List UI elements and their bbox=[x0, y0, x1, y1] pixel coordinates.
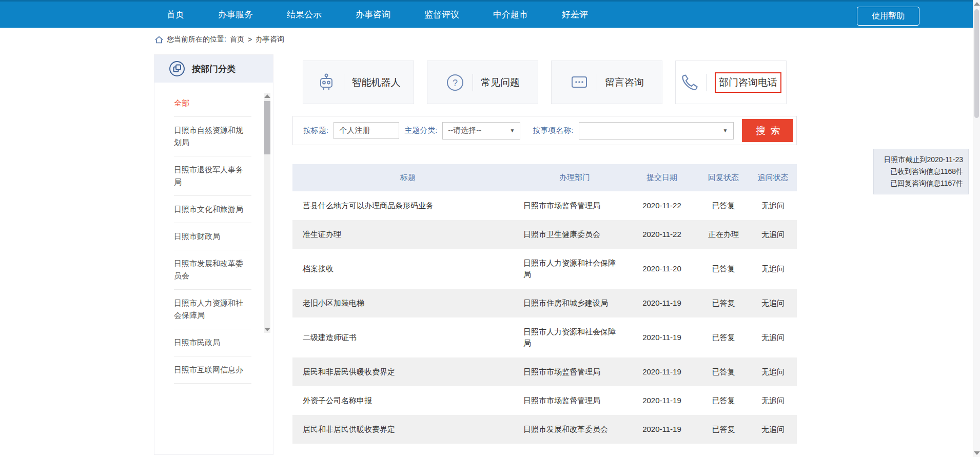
cell-title[interactable]: 外资子公司名称申报 bbox=[292, 386, 523, 415]
table-header-cell: 提交日期 bbox=[626, 164, 698, 191]
item-filter-label: 按事项名称: bbox=[533, 126, 573, 135]
cell-followup-status: 无追问 bbox=[749, 249, 797, 289]
stats-line: 已回复咨询信息1167件 bbox=[879, 177, 963, 189]
table-row[interactable]: 莒县什么地方可以办理商品条形码业务 日照市市场监督管理局 2020-11-22 … bbox=[292, 191, 797, 220]
cell-title[interactable]: 莒县什么地方可以办理商品条形码业务 bbox=[292, 191, 523, 220]
divider bbox=[473, 74, 473, 91]
svg-text:?: ? bbox=[453, 77, 458, 88]
sidebar-header: 按部门分类 bbox=[154, 55, 273, 83]
department-list-item[interactable]: 日照市人力资源和社会保障局 bbox=[174, 290, 251, 329]
cell-title[interactable]: 准生证办理 bbox=[292, 220, 523, 249]
help-button[interactable]: 使用帮助 bbox=[857, 7, 919, 26]
sidebar-scrollbar[interactable] bbox=[264, 93, 270, 333]
title-filter-input[interactable] bbox=[334, 122, 399, 139]
department-label: 日照市人力资源和社会保障局 bbox=[174, 297, 250, 322]
cell-reply-status: 已答复 bbox=[698, 415, 749, 444]
cell-reply-status: 已答复 bbox=[698, 289, 749, 317]
department-label: 日照市互联网信息办 bbox=[174, 364, 250, 376]
department-list-item[interactable]: 日照市互联网信息办 bbox=[174, 356, 251, 384]
divider bbox=[707, 74, 707, 91]
tab-department-phone[interactable]: 部门咨询电话 bbox=[675, 61, 787, 104]
department-list-item[interactable]: 日照市退役军人事务局 bbox=[174, 156, 251, 196]
department-label: 日照市文化和旅游局 bbox=[174, 203, 250, 215]
main-content: 智能机器人 ? 常见问题 留言咨询 部门咨询电话 bbox=[292, 61, 797, 444]
main-menu: 首页 办事服务 结果公示 办事咨询 监督评议 中介超市 好差评 bbox=[150, 2, 605, 28]
item-select[interactable]: ▼ bbox=[579, 122, 734, 140]
chevron-down-icon: ▼ bbox=[723, 128, 728, 133]
department-list-item[interactable]: 日照市财政局 bbox=[174, 223, 251, 250]
category-select[interactable]: --请选择-- ▼ bbox=[442, 122, 520, 140]
table-row[interactable]: 档案接收 日照市人力资源和社会保障局 2020-11-20 已答复 无追问 bbox=[292, 249, 797, 289]
cell-reply-status: 已答复 bbox=[698, 249, 749, 289]
consult-tabs: 智能机器人 ? 常见问题 留言咨询 部门咨询电话 bbox=[292, 61, 797, 104]
cell-followup-status: 无追问 bbox=[749, 220, 797, 249]
table-row[interactable]: 准生证办理 日照市卫生健康委员会 2020-11-22 正在办理 无追问 bbox=[292, 220, 797, 249]
nav-item[interactable]: 监督评议 bbox=[407, 2, 476, 28]
department-list-item[interactable]: 日照市自然资源和规划局 bbox=[174, 117, 251, 156]
nav-item[interactable]: 好差评 bbox=[545, 2, 605, 28]
table-row[interactable]: 居民和非居民供暖收费界定 日照市市场监督管理局 2020-11-19 已答复 无… bbox=[292, 357, 797, 386]
cell-title[interactable]: 居民和非居民供暖收费界定 bbox=[292, 415, 523, 444]
table-row[interactable]: 老旧小区加装电梯 日照市住房和城乡建设局 2020-11-19 已答复 无追问 bbox=[292, 289, 797, 317]
cell-title[interactable]: 居民和非居民供暖收费界定 bbox=[292, 357, 523, 386]
nav-item[interactable]: 首页 bbox=[150, 2, 201, 28]
cell-date: 2020-11-22 bbox=[626, 220, 698, 249]
table-row[interactable]: 外资子公司名称申报 日照市市场监督管理局 2020-11-19 已答复 无追问 bbox=[292, 386, 797, 415]
department-list: 全部 日照市自然资源和规划局 日照市退役军人事务局 日照市文化和旅游局 日照市财… bbox=[154, 83, 273, 384]
table-header-cell: 标题 bbox=[292, 164, 523, 191]
cell-reply-status: 已答复 bbox=[698, 191, 749, 220]
scroll-down-icon[interactable] bbox=[974, 451, 980, 455]
tab-smart-robot[interactable]: 智能机器人 bbox=[303, 61, 414, 104]
department-label: 全部 bbox=[174, 97, 250, 109]
nav-item[interactable]: 办事服务 bbox=[201, 2, 270, 28]
scroll-up-icon[interactable] bbox=[264, 94, 270, 98]
nav-item[interactable]: 中介超市 bbox=[476, 2, 545, 28]
cell-followup-status: 无追问 bbox=[749, 357, 797, 386]
message-icon bbox=[570, 73, 589, 92]
consultation-table: 标题 办理部门 提交日期 回复状态 追问状态 莒县什么地方可以办理商品条形码业务… bbox=[292, 164, 797, 444]
nav-item[interactable]: 办事咨询 bbox=[339, 2, 407, 28]
cell-department: 日照市发展和改革委员会 bbox=[523, 415, 626, 444]
tab-message-consult[interactable]: 留言咨询 bbox=[551, 61, 662, 104]
divider bbox=[344, 74, 344, 91]
tab-faq[interactable]: ? 常见问题 bbox=[427, 61, 538, 104]
cell-date: 2020-11-20 bbox=[626, 249, 698, 289]
scroll-down-icon[interactable] bbox=[264, 328, 270, 331]
department-list-item[interactable]: 全部 bbox=[174, 90, 251, 117]
chevron-down-icon: ▼ bbox=[509, 128, 515, 133]
cell-followup-status: 无追问 bbox=[749, 317, 797, 357]
cell-title[interactable]: 二级建造师证书 bbox=[292, 317, 523, 357]
scroll-up-icon[interactable] bbox=[974, 2, 980, 6]
stats-line: 日照市截止到2020-11-23 bbox=[879, 154, 963, 166]
breadcrumb: 您当前所在的位置: 首页 > 办事咨询 bbox=[155, 35, 284, 44]
search-button[interactable]: 搜索 bbox=[742, 119, 793, 142]
tab-label-faq: 常见问题 bbox=[481, 76, 520, 89]
page-scrollbar-thumb[interactable] bbox=[974, 9, 979, 118]
breadcrumb-home-link[interactable]: 首页 bbox=[230, 35, 244, 44]
nav-item[interactable]: 结果公示 bbox=[270, 2, 339, 28]
sidebar-title: 按部门分类 bbox=[192, 63, 236, 75]
cell-title[interactable]: 档案接收 bbox=[292, 249, 523, 289]
table-row[interactable]: 二级建造师证书 日照市人力资源和社会保障局 2020-11-19 已答复 无追问 bbox=[292, 317, 797, 357]
category-select-value: --请选择-- bbox=[448, 126, 481, 135]
robot-icon bbox=[317, 73, 336, 92]
cell-department: 日照市市场监督管理局 bbox=[523, 357, 626, 386]
cell-title[interactable]: 老旧小区加装电梯 bbox=[292, 289, 523, 317]
department-label: 日照市民政局 bbox=[174, 336, 250, 349]
sidebar-scrollbar-thumb[interactable] bbox=[264, 101, 270, 154]
department-list-item[interactable]: 日照市民政局 bbox=[174, 329, 251, 356]
table-row[interactable]: 居民和非居民供暖收费界定 日照市发展和改革委员会 2020-11-19 已答复 … bbox=[292, 415, 797, 444]
phone-icon bbox=[680, 73, 699, 92]
cell-department: 日照市市场监督管理局 bbox=[523, 191, 626, 220]
department-label: 日照市发展和改革委员会 bbox=[174, 257, 250, 282]
page-scrollbar[interactable] bbox=[973, 0, 980, 457]
department-list-item[interactable]: 日照市发展和改革委员会 bbox=[174, 250, 251, 290]
table-header-cell: 办理部门 bbox=[523, 164, 626, 191]
table-body: 莒县什么地方可以办理商品条形码业务 日照市市场监督管理局 2020-11-22 … bbox=[292, 191, 797, 444]
cell-date: 2020-11-19 bbox=[626, 317, 698, 357]
category-filter-label: 主题分类: bbox=[404, 126, 437, 135]
department-list-item[interactable]: 日照市文化和旅游局 bbox=[174, 196, 251, 223]
cell-department: 日照市住房和城乡建设局 bbox=[523, 289, 626, 317]
search-bar: 按标题: 主题分类: --请选择-- ▼ 按事项名称: ▼ 搜索 bbox=[292, 116, 797, 145]
consultation-stats-box: 日照市截止到2020-11-23 已收到咨询信息1168件 已回复咨询信息116… bbox=[873, 149, 969, 194]
